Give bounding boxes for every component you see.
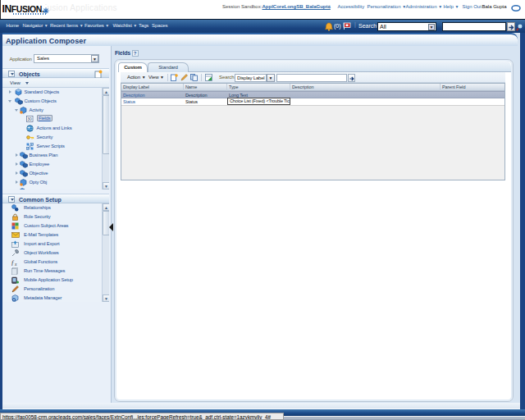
svg-text:30: 30 <box>27 116 32 121</box>
svg-text:x: x <box>14 261 17 266</box>
